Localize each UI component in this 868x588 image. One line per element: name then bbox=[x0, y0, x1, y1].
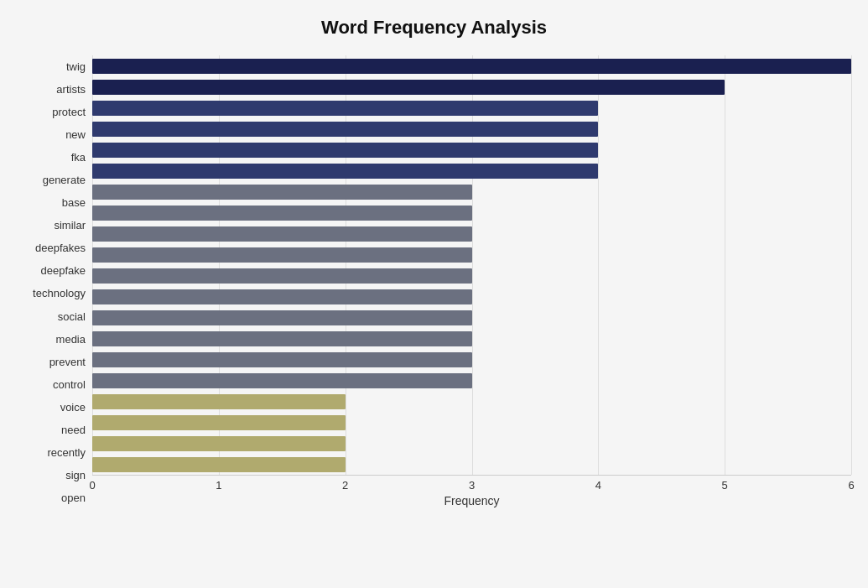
bar-row bbox=[92, 97, 851, 118]
bar bbox=[92, 268, 472, 284]
bar bbox=[92, 164, 598, 179]
y-label: deepfake bbox=[41, 265, 86, 276]
bar-row bbox=[92, 286, 851, 307]
chart-container: Word Frequency Analysis twigartistsprote… bbox=[0, 0, 868, 588]
bar-row bbox=[92, 265, 851, 286]
bar-row bbox=[92, 223, 851, 244]
x-tick: 4 bbox=[595, 479, 601, 492]
y-label: protect bbox=[52, 107, 86, 117]
bar-row bbox=[92, 328, 851, 349]
bar bbox=[92, 394, 346, 409]
x-axis-label: Frequency bbox=[92, 494, 851, 507]
bar-row bbox=[92, 412, 851, 433]
y-label: control bbox=[53, 379, 86, 390]
y-label: media bbox=[56, 334, 86, 345]
y-label: open bbox=[61, 492, 86, 503]
x-tick: 5 bbox=[722, 479, 728, 492]
x-tick: 3 bbox=[469, 479, 475, 492]
chart-area: twigartistsprotectnewfkageneratebasesimi… bbox=[17, 55, 851, 509]
bar bbox=[92, 80, 725, 95]
grid-line bbox=[851, 55, 852, 475]
bar-row bbox=[92, 160, 851, 181]
y-label: artists bbox=[56, 84, 86, 95]
y-label: new bbox=[65, 129, 86, 140]
bars-area bbox=[92, 55, 851, 475]
bar bbox=[92, 185, 472, 200]
bar bbox=[92, 436, 346, 451]
bar bbox=[92, 59, 851, 74]
bar bbox=[92, 122, 598, 137]
y-label: similar bbox=[54, 220, 86, 231]
x-axis: 0123456 Frequency bbox=[92, 476, 851, 509]
bar-row bbox=[92, 454, 851, 475]
bar-row bbox=[92, 244, 851, 265]
x-tick: 0 bbox=[89, 479, 95, 492]
y-label: voice bbox=[60, 402, 86, 413]
x-tick: 2 bbox=[342, 479, 348, 492]
y-label: social bbox=[58, 311, 86, 322]
y-label: fka bbox=[71, 152, 86, 163]
bar-row bbox=[92, 76, 851, 97]
x-tick: 6 bbox=[848, 479, 854, 492]
bar-row bbox=[92, 370, 851, 391]
bar bbox=[92, 352, 472, 367]
bar-row bbox=[92, 202, 851, 223]
bar bbox=[92, 143, 598, 158]
bar-row bbox=[92, 181, 851, 202]
bar-row bbox=[92, 55, 851, 76]
bar bbox=[92, 331, 472, 346]
y-label: base bbox=[62, 197, 86, 208]
bar-row bbox=[92, 391, 851, 412]
bar-row bbox=[92, 307, 851, 328]
bar-row bbox=[92, 118, 851, 139]
y-label: recently bbox=[47, 447, 86, 458]
bar bbox=[92, 373, 472, 388]
y-label: sign bbox=[65, 470, 86, 481]
bar bbox=[92, 206, 472, 221]
bar-row bbox=[92, 433, 851, 454]
bar bbox=[92, 101, 598, 116]
bar-row bbox=[92, 349, 851, 370]
y-axis: twigartistsprotectnewfkageneratebasesimi… bbox=[17, 55, 92, 509]
chart-title: Word Frequency Analysis bbox=[17, 17, 851, 39]
bar bbox=[92, 289, 472, 304]
y-label: twig bbox=[66, 61, 86, 72]
y-label: deepfakes bbox=[35, 242, 86, 253]
y-label: need bbox=[61, 424, 86, 435]
x-tick: 1 bbox=[216, 479, 221, 492]
bar bbox=[92, 247, 472, 263]
bar bbox=[92, 310, 472, 325]
bars-and-xaxis: 0123456 Frequency bbox=[92, 55, 851, 509]
bar bbox=[92, 226, 472, 242]
bar-row bbox=[92, 139, 851, 160]
bar bbox=[92, 415, 346, 430]
bar bbox=[92, 457, 346, 472]
y-label: technology bbox=[33, 288, 86, 299]
y-label: prevent bbox=[49, 356, 86, 367]
y-label: generate bbox=[43, 174, 86, 185]
